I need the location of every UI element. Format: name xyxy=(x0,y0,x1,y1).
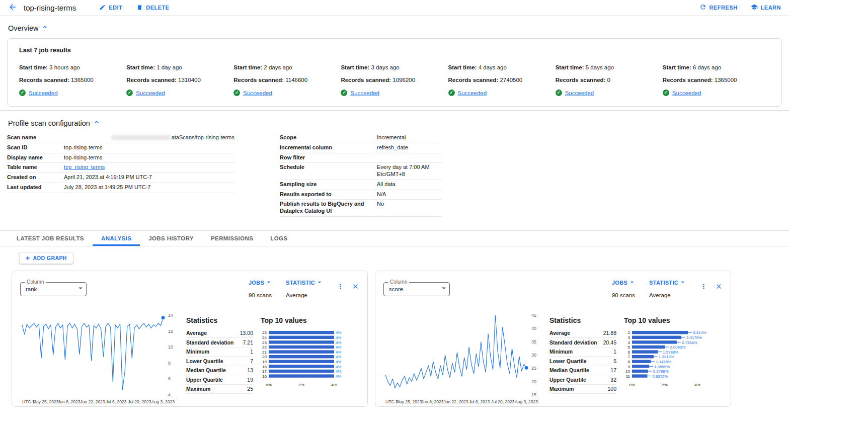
stat-row: Minimum1 xyxy=(549,348,616,357)
column-select[interactable]: Column score xyxy=(383,282,450,296)
tab-latest-job-results[interactable]: LATEST JOB RESULTS xyxy=(8,231,93,246)
job-result-1: Start time: 3 hours ago Records scanned:… xyxy=(19,64,126,96)
svg-text:14: 14 xyxy=(168,313,173,318)
start-time-value: 3 days ago xyxy=(371,64,400,70)
config-row-created-on: Created on April 21, 2023 at 4:19:19 PM … xyxy=(7,173,234,183)
overview-collapse-button[interactable] xyxy=(41,23,49,33)
svg-text:11: 11 xyxy=(626,374,630,379)
school-icon xyxy=(751,4,758,12)
edit-button[interactable]: EDIT xyxy=(99,4,122,12)
stat-row: Average13.00 xyxy=(186,329,253,338)
job-status-link[interactable]: Succeeded xyxy=(350,90,379,96)
refresh-button[interactable]: REFRESH xyxy=(699,4,738,12)
svg-text:4%: 4% xyxy=(694,383,700,387)
svg-text:Aug 3, 2023: Aug 3, 2023 xyxy=(515,399,538,404)
job-result-4: Start time: 3 days ago Records scanned: … xyxy=(341,64,448,96)
job-status-link[interactable]: Succeeded xyxy=(458,90,487,96)
statistic-dropdown[interactable]: STATISTIC xyxy=(649,278,687,287)
more-options-button[interactable] xyxy=(700,283,707,292)
svg-text:23: 23 xyxy=(262,340,267,344)
jobs-dropdown[interactable]: JOBS xyxy=(249,278,273,287)
svg-text:35: 35 xyxy=(531,339,536,344)
close-panel-button[interactable] xyxy=(352,283,359,292)
learn-button[interactable]: LEARN xyxy=(751,4,781,12)
stat-row: Standard deviation7.21 xyxy=(186,338,253,348)
close-icon xyxy=(352,283,359,292)
svg-text:16: 16 xyxy=(262,374,267,379)
config-row-incremental-column: Incremental column refresh_date xyxy=(280,143,442,153)
stat-row: Median Quartile13 xyxy=(186,366,253,376)
tab-analysis[interactable]: ANALYSIS xyxy=(93,231,140,246)
svg-text:Jul 20, 2023: Jul 20, 2023 xyxy=(491,399,515,404)
statistic-value: Average xyxy=(649,292,687,298)
svg-text:6: 6 xyxy=(628,350,630,355)
delete-button[interactable]: DELETE xyxy=(136,4,169,12)
column-select[interactable]: Column rank xyxy=(20,282,87,296)
score-line-chart: 15202530354045UTC-7May 25, 2023Jun 8, 20… xyxy=(383,310,545,410)
stat-row: Standard deviation20.45 xyxy=(549,338,616,348)
job-result-2: Start time: 1 day ago Records scanned: 1… xyxy=(126,64,233,96)
config-row-scan-id: Scan ID top-rising-terms xyxy=(7,143,234,153)
config-row-last-updated: Last updated July 28, 2023 at 1:49:25 PM… xyxy=(7,183,234,193)
top-values-title: Top 10 values xyxy=(624,316,723,324)
svg-text:10: 10 xyxy=(168,344,173,350)
top-values-title: Top 10 values xyxy=(261,316,359,324)
svg-text:2%: 2% xyxy=(662,383,668,387)
job-status-link[interactable]: Succeeded xyxy=(29,90,58,96)
job-status-link[interactable]: Succeeded xyxy=(243,90,272,96)
statistics-block: Statistics Average13.00 Standard deviati… xyxy=(186,310,253,412)
stat-row: Maximum25 xyxy=(186,385,253,394)
add-graph-button[interactable]: + ADD GRAPH xyxy=(19,252,73,264)
records-label: Records scanned: xyxy=(663,77,713,83)
job-result-6: Start time: 5 days ago Records scanned: … xyxy=(556,64,663,96)
svg-text:4%: 4% xyxy=(336,374,341,379)
job-status-link[interactable]: Succeeded xyxy=(672,90,701,96)
svg-text:1.0555%: 1.0555% xyxy=(654,364,670,369)
svg-text:8: 8 xyxy=(628,360,630,364)
chevron-down-icon xyxy=(628,278,636,287)
svg-text:2%: 2% xyxy=(298,383,304,387)
stat-row: Lower Quartile7 xyxy=(186,357,253,366)
start-time-label: Start time: xyxy=(126,64,155,70)
svg-text:4%: 4% xyxy=(336,355,341,359)
svg-text:22: 22 xyxy=(262,345,267,350)
records-label: Records scanned: xyxy=(126,77,177,83)
page-title: top-rising-terms xyxy=(24,4,76,12)
svg-text:7: 7 xyxy=(628,355,630,359)
svg-text:3: 3 xyxy=(628,335,630,340)
job-status-link[interactable]: Succeeded xyxy=(565,90,594,96)
stat-row: Median Quartile17 xyxy=(549,366,616,376)
config-row-row-filter: Row filter xyxy=(280,153,442,163)
chevron-down-icon xyxy=(76,284,85,295)
last-jobs-card: Last 7 job results Start time: 3 hours a… xyxy=(7,38,782,107)
svg-text:12: 12 xyxy=(168,328,173,333)
job-status-link[interactable]: Succeeded xyxy=(136,90,165,96)
svg-text:Jun 22, 2023: Jun 22, 2023 xyxy=(80,399,105,404)
svg-text:1.3213%: 1.3213% xyxy=(659,355,674,359)
start-time-label: Start time: xyxy=(556,64,584,70)
svg-text:9: 9 xyxy=(628,364,630,369)
svg-text:4%: 4% xyxy=(336,364,341,369)
back-button[interactable] xyxy=(8,3,17,13)
svg-text:May 25, 2023: May 25, 2023 xyxy=(396,399,422,404)
svg-text:4%: 4% xyxy=(336,350,341,355)
start-time-value: 3 hours ago xyxy=(49,64,80,70)
jobs-count-value: 90 scans xyxy=(249,292,273,298)
config-row-table-name: Table name top_rising_terms xyxy=(7,163,234,173)
statistic-dropdown[interactable]: STATISTIC xyxy=(286,278,324,287)
tab-logs[interactable]: LOGS xyxy=(262,231,296,246)
tab-permissions[interactable]: PERMISSIONS xyxy=(202,231,262,246)
more-options-button[interactable] xyxy=(337,283,344,292)
tab-jobs-history[interactable]: JOBS HISTORY xyxy=(140,231,202,246)
jobs-dropdown[interactable]: JOBS xyxy=(612,278,636,287)
close-icon xyxy=(715,283,723,292)
success-check-icon: ✓ xyxy=(448,90,455,96)
dataplex-scan-page: top-rising-terms EDIT DELETE REFRESH LEA… xyxy=(0,0,789,407)
job-result-5: Start time: 4 days ago Records scanned: … xyxy=(448,64,556,96)
close-panel-button[interactable] xyxy=(715,283,723,292)
svg-text:20: 20 xyxy=(262,355,267,359)
job-results-grid: Start time: 3 hours ago Records scanned:… xyxy=(19,64,770,96)
config-collapse-button[interactable] xyxy=(93,118,101,128)
table-name-link[interactable]: top_rising_terms xyxy=(64,164,105,170)
records-value: 1365000 xyxy=(71,77,94,83)
